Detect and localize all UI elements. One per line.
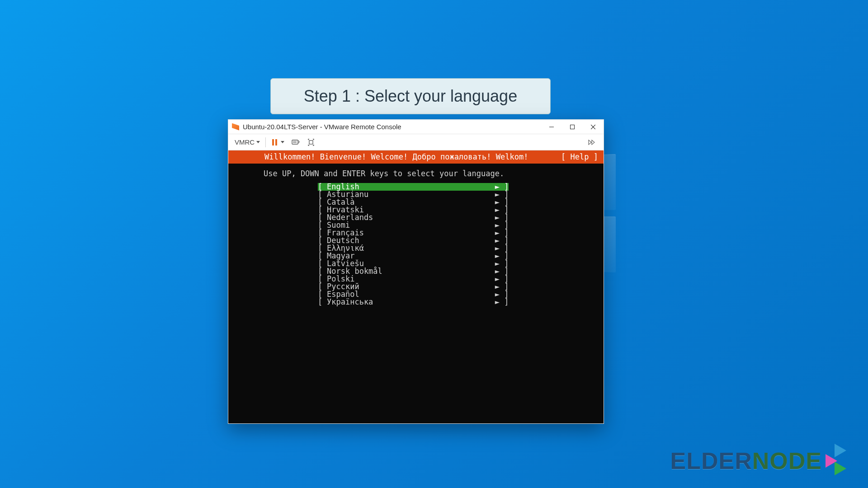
fastforward-icon [588,139,596,145]
app-icon [232,123,239,131]
installer-header: Willkommen! Bienvenue! Welcome! Добро по… [228,150,604,164]
watermark-part1: ELDER [670,447,752,474]
language-option[interactable]: [ Українська► ] [318,298,509,306]
toolbar-separator [265,137,266,147]
vmrc-menu[interactable]: VMRC [233,137,262,147]
close-button[interactable] [583,120,604,134]
eldernode-watermark: ELDERNODE [670,446,847,475]
fullscreen-icon [307,139,315,146]
fullscreen-button[interactable] [304,137,318,148]
svg-rect-4 [292,140,298,144]
bracket-right: ] [500,298,509,306]
language-name: Nederlands [327,214,494,221]
titlebar[interactable]: Ubuntu-20.04LTS-Server - VMware Remote C… [228,120,604,134]
pause-icon [272,139,277,145]
send-cad-icon [292,139,300,146]
minimize-button[interactable] [541,120,562,134]
welcome-text: Willkommen! Bienvenue! Welcome! Добро по… [264,153,528,161]
vmware-remote-console-window: Ubuntu-20.04LTS-Server - VMware Remote C… [228,119,604,424]
step-banner: Step 1 : Select your language [270,78,551,114]
send-ctrl-alt-del-button[interactable] [289,137,302,148]
bracket-left: [ [318,298,327,306]
watermark-part2: NODE [752,447,822,474]
watermark-icon [826,446,846,475]
window-controls [541,120,604,134]
chevron-down-icon [281,141,284,143]
vmrc-label: VMRC [235,138,255,146]
chevron-down-icon [256,141,260,143]
language-list[interactable]: [ English► ][ Asturianu► ][ Català► ][ H… [228,183,604,306]
instruction-text: Use UP, DOWN and ENTER keys to select yo… [228,164,604,183]
toolbar: VMRC [228,134,604,150]
help-button[interactable]: [ Help ] [561,153,598,161]
language-name: Українська [327,298,494,306]
options-button[interactable] [585,137,599,147]
svg-rect-7 [309,141,313,144]
arrow-right-icon: ► [494,298,500,306]
vm-console[interactable]: Willkommen! Bienvenue! Welcome! Добро по… [228,150,604,423]
step-banner-text: Step 1 : Select your language [304,87,517,106]
svg-rect-1 [571,125,575,129]
pause-button[interactable] [269,137,287,147]
window-title: Ubuntu-20.04LTS-Server - VMware Remote C… [243,123,541,131]
maximize-button[interactable] [562,120,583,134]
